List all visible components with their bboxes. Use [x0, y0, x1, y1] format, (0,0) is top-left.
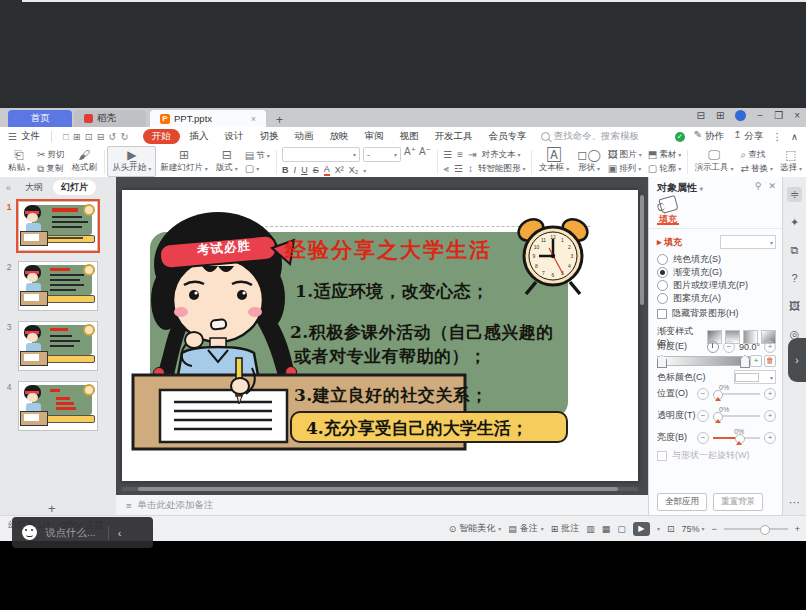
transparency-plus[interactable]: + — [764, 410, 776, 422]
font-size-combo[interactable]: -▾ — [363, 147, 401, 162]
numbering-icon[interactable]: ≡ — [457, 150, 463, 160]
brightness-slider[interactable]: 0% — [713, 437, 760, 439]
menu-item-slideshow[interactable]: 放映 — [322, 130, 357, 143]
line-spacing-icon[interactable]: ↕ — [468, 164, 473, 174]
shapes-button[interactable]: ◻◯ 形状▾ — [573, 147, 604, 176]
beautify-button[interactable]: ⊙智能美化▾ — [449, 522, 502, 535]
cut-button[interactable]: ✂剪切 — [37, 149, 64, 161]
layout-button[interactable]: ⊟ 版式▾ — [212, 147, 242, 176]
properties-icon[interactable]: ≑ — [787, 187, 802, 202]
radio-pattern-fill[interactable]: 图案填充(A) — [657, 292, 776, 305]
select-button[interactable]: ⬚ 选择▾ — [776, 147, 806, 176]
tab-grid-icon[interactable]: ⊞ — [716, 110, 724, 121]
angle-dial-icon[interactable] — [707, 341, 719, 353]
more-menu-icon[interactable]: ⋮ — [773, 131, 783, 142]
slide-item-3[interactable]: 3.建立良好的社交关系； — [294, 384, 488, 407]
to-smartart-button[interactable]: 转智能图形▾ — [478, 163, 526, 175]
align-text-button[interactable]: 对齐文本▾ — [482, 149, 521, 161]
add-stop-button[interactable]: + — [750, 355, 762, 367]
menu-item-devtools[interactable]: 开发工具 — [427, 130, 481, 143]
command-search-input[interactable]: 查找命令、搜索模板 — [541, 130, 669, 143]
menu-item-animation[interactable]: 动画 — [287, 130, 322, 143]
italic-button[interactable]: I — [294, 165, 297, 175]
material-button[interactable]: ⬒素材▾ — [648, 149, 681, 161]
slide-item-2a[interactable]: 2.积极参课外活动（自己感兴趣的 — [290, 321, 554, 344]
bold-button[interactable]: B — [282, 165, 289, 175]
comment-button[interactable]: ⊞批注 — [551, 522, 580, 535]
emoji-icon[interactable] — [22, 525, 37, 540]
slides-library-icon[interactable]: ⧉ — [787, 243, 802, 258]
gradient-stop-right[interactable] — [740, 355, 750, 368]
more-tools-icon[interactable]: ⋯ — [787, 495, 802, 510]
transparency-minus[interactable]: − — [697, 410, 709, 422]
sorter-view-icon[interactable]: ▦ — [602, 524, 611, 534]
position-slider[interactable]: 0% — [713, 393, 760, 395]
slide-item-2b[interactable]: 或者对专业有帮助的）； — [294, 345, 487, 368]
normal-view-icon[interactable]: ▥ — [586, 524, 595, 534]
rotate-with-shape-checkbox[interactable]: 与形状一起旋转(W) — [657, 449, 776, 462]
quick-access-icons[interactable]: □⊞⊡⊟↺↻ — [55, 131, 141, 142]
zoom-level[interactable]: 75%▾ — [681, 524, 704, 534]
panel-title[interactable]: 对象属性 ▾ — [657, 181, 703, 195]
minimize-button[interactable]: − — [757, 110, 763, 121]
file-menu[interactable]: ☰文件 — [0, 130, 48, 143]
collab-button[interactable]: ✎协作 — [694, 130, 724, 143]
radio-solid-fill[interactable]: 纯色填充(S) — [657, 253, 776, 266]
collapse-panel-button[interactable]: « — [6, 183, 11, 193]
angle-minus-button[interactable]: − — [723, 341, 735, 353]
radio-picture-fill[interactable]: 图片或纹理填充(P) — [657, 279, 776, 292]
menu-item-design[interactable]: 设计 — [217, 130, 252, 143]
slide-title[interactable]: 经验分享之大学生活 — [285, 236, 492, 264]
reset-background-button[interactable]: 重置背景 — [713, 493, 763, 511]
paste-button[interactable]: ⎗ 粘贴▾ — [4, 147, 34, 176]
find-button[interactable]: ⌕查找 — [741, 149, 773, 161]
zoom-out-button[interactable]: − — [711, 524, 716, 534]
menu-item-member[interactable]: 会员专享 — [481, 130, 535, 143]
arrange-button[interactable]: ▣排列▾ — [608, 163, 642, 175]
fill-preset-combo[interactable]: ▾ — [720, 235, 776, 249]
stop-color-combo[interactable]: ▾ — [734, 370, 776, 384]
position-minus[interactable]: − — [697, 388, 709, 400]
font-name-combo[interactable]: ▾ — [282, 147, 360, 162]
account-avatar[interactable] — [735, 110, 746, 121]
cloud-sync-icon[interactable]: ✓ — [675, 132, 685, 142]
align-center-icon[interactable]: ☲ — [454, 164, 463, 174]
new-tab-button[interactable]: + — [276, 113, 283, 127]
increase-font-icon[interactable]: A⁺ — [404, 147, 416, 162]
apply-all-button[interactable]: 全部应用 — [657, 493, 707, 511]
subscript-button[interactable]: X₂ — [349, 165, 359, 175]
gradient-stop-bar[interactable] — [657, 356, 750, 366]
remove-stop-button[interactable]: 🗑 — [764, 355, 776, 367]
font-color-button[interactable]: A — [324, 164, 330, 176]
section-button[interactable]: ▤节▾ — [245, 150, 270, 162]
outline-button[interactable]: ▢轮廓▾ — [648, 163, 681, 175]
slide-editor[interactable]: 123456789101112 考试必胜 经验分享之大学生活 1.适应环境，改变… — [122, 190, 638, 481]
share-button[interactable]: ↥分享 — [733, 130, 763, 143]
replace-button[interactable]: ⇄替换▾ — [741, 163, 773, 175]
present-tools-button[interactable]: 🖵 演示工具▾ — [691, 147, 738, 176]
close-panel-icon[interactable]: ✕ — [768, 181, 776, 191]
copy-button[interactable]: ⧉复制 — [37, 163, 64, 175]
transparency-slider[interactable]: 0% — [713, 415, 760, 417]
reading-view-icon[interactable]: ▢ — [617, 524, 626, 534]
collapse-chat-icon[interactable]: ‹ — [118, 527, 122, 539]
format-painter-button[interactable]: 🖌 格式刷 — [67, 147, 101, 176]
vertical-scrollbar[interactable] — [640, 195, 644, 305]
slide-thumbnail-4[interactable] — [18, 381, 98, 431]
angle-value[interactable]: 90.0° — [739, 342, 760, 352]
close-button[interactable]: × — [794, 110, 800, 121]
indent-icon[interactable]: ⇥ — [468, 150, 476, 160]
decrease-font-icon[interactable]: A⁻ — [419, 147, 431, 162]
menu-item-review[interactable]: 审阅 — [357, 130, 392, 143]
angle-plus-button[interactable]: + — [764, 341, 776, 353]
yellow-banner-shape[interactable]: 4.充分享受自己的大学生活； — [290, 411, 568, 443]
brightness-plus[interactable]: + — [764, 432, 776, 444]
text-box-button[interactable]: 🄰 文本框▾ — [535, 147, 574, 176]
menu-item-view[interactable]: 视图 — [392, 130, 427, 143]
menu-item-home[interactable]: 开始 — [143, 129, 180, 144]
radio-gradient-fill[interactable]: 渐变填充(G) — [657, 266, 776, 279]
notes-bar[interactable]: ≡ 单击此处添加备注 — [116, 495, 648, 515]
notes-button[interactable]: ▤备注▾ — [508, 522, 544, 535]
bullets-icon[interactable]: ☰ — [443, 150, 452, 160]
zoom-in-button[interactable]: + — [795, 524, 800, 534]
